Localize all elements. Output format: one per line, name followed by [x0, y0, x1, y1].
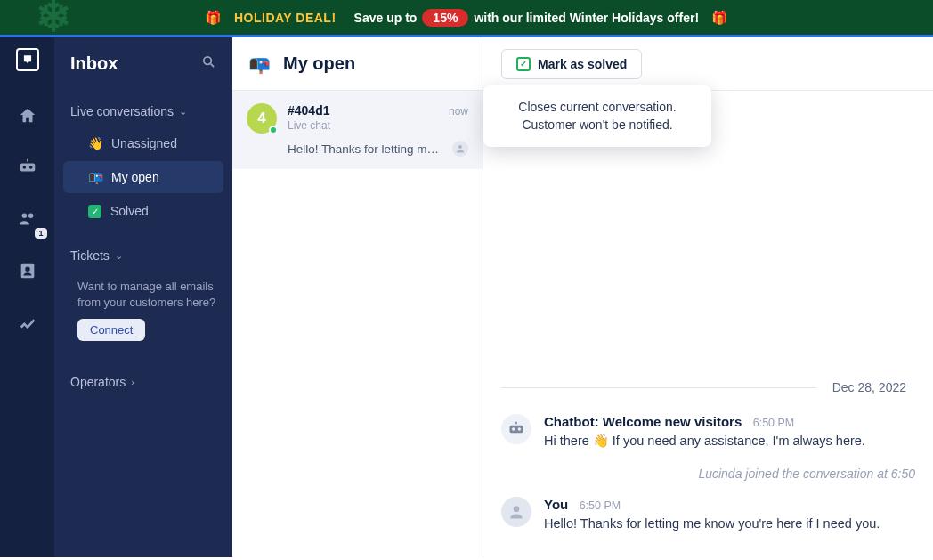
date-label: Dec 28, 2022 [832, 380, 915, 394]
check-icon: ✓ [88, 205, 101, 218]
snowflake-icon: ❄ [36, 0, 71, 41]
sidebar-item-solved[interactable]: ✓ Solved [63, 195, 223, 227]
message-time: 6:50 PM [580, 499, 621, 512]
sidebar-item-unassigned[interactable]: 👋 Unassigned [63, 127, 223, 159]
mailbox-icon: 📭 [88, 170, 102, 184]
sidebar-group-live-label: Live conversations [70, 104, 174, 118]
banner-save-text: Save up to [354, 11, 418, 25]
message-author: You [544, 497, 568, 512]
analytics-icon[interactable] [10, 304, 45, 340]
chat-message: You 6:50 PM Hello! Thanks for letting me… [501, 497, 915, 531]
search-icon[interactable] [201, 54, 216, 73]
mark-solved-tooltip: Closes current conversation. Customer wo… [483, 85, 711, 147]
message-author: Chatbot: Welcome new visitors [544, 414, 742, 429]
sidebar-item-label: Solved [110, 204, 149, 218]
conversation-list: 📭 My open 4 #404d1 now Live chat Hello! … [232, 37, 483, 557]
conversation-list-header: 📭 My open [232, 37, 483, 91]
mark-solved-label: Mark as solved [538, 57, 627, 71]
mailbox-icon: 📭 [248, 53, 271, 75]
bot-avatar-icon [501, 414, 531, 444]
conversation-type: Live chat [288, 119, 468, 132]
holiday-banner: ❄ 🎁 HOLIDAY DEAL! Save up to 15% with ou… [0, 0, 933, 37]
banner-rest-text: with our limited Winter Holidays offer! [474, 11, 699, 25]
mark-solved-button[interactable]: ✓ Mark as solved [501, 49, 642, 79]
svg-point-2 [514, 506, 520, 512]
home-icon[interactable] [10, 98, 45, 134]
sidebar-group-operators-label: Operators [70, 375, 126, 389]
connect-button[interactable]: Connect [77, 319, 145, 341]
system-note: Lucinda joined the conversation at 6:50 [501, 467, 915, 481]
chat-body: Dec 28, 2022 Chatbot: Welcome new visito… [483, 91, 933, 557]
check-icon: ✓ [516, 57, 531, 71]
nav-rail: 1 [0, 37, 54, 557]
conversation-id: #404d1 [288, 103, 329, 118]
date-divider: Dec 28, 2022 [501, 380, 915, 394]
sidebar-group-live[interactable]: Live conversations ⌄ [54, 97, 232, 126]
chevron-right-icon: › [131, 377, 134, 387]
person-icon [452, 141, 468, 157]
sidebar-item-my-open[interactable]: 📭 My open [63, 161, 223, 193]
gift-icon: 🎁 [205, 10, 222, 26]
online-dot-icon [269, 126, 278, 134]
conversation-time: now [449, 105, 468, 118]
message-text: Hello! Thanks for letting me know you're… [544, 516, 915, 531]
chat-message: Chatbot: Welcome new visitors 6:50 PM Hi… [501, 414, 915, 449]
group-badge: 1 [35, 228, 46, 239]
conversation-preview: Hello! Thanks for letting me kno... [288, 142, 445, 156]
inbox-sidebar: Inbox Live conversations ⌄ 👋 Unassigned … [54, 37, 232, 557]
message-text: Hi there 👋 If you need any assistance, I… [544, 434, 915, 449]
svg-point-0 [204, 57, 212, 65]
message-time: 6:50 PM [753, 417, 795, 429]
sidebar-item-label: My open [111, 170, 159, 184]
group-icon[interactable]: 1 [10, 201, 45, 237]
avatar-initial: 4 [257, 110, 265, 127]
person-icon [501, 497, 531, 527]
sidebar-group-tickets-label: Tickets [70, 248, 110, 263]
chevron-down-icon: ⌄ [115, 250, 123, 262]
bot-icon[interactable] [10, 150, 45, 185]
wave-icon: 👋 [88, 136, 102, 150]
tooltip-line: Closes current conversation. [503, 98, 692, 116]
sidebar-item-label: Unassigned [111, 136, 177, 150]
banner-percent-badge: 15% [422, 9, 468, 27]
contacts-icon[interactable] [10, 253, 45, 288]
chat-header: ✓ Mark as solved [483, 37, 933, 91]
sidebar-title: Inbox [70, 53, 118, 74]
tooltip-line: Customer won't be notified. [503, 116, 692, 134]
svg-point-1 [458, 145, 462, 149]
chat-panel: ✓ Mark as solved Closes current conversa… [483, 37, 933, 557]
gift-icon: 🎁 [711, 10, 728, 26]
customer-avatar: 4 [247, 103, 277, 134]
wave-icon: 👋 [593, 434, 609, 448]
chevron-down-icon: ⌄ [179, 106, 187, 118]
sidebar-group-operators[interactable]: Operators › [54, 368, 232, 396]
app-logo-icon[interactable] [16, 48, 39, 71]
banner-deal-text: HOLIDAY DEAL! [234, 11, 337, 25]
conversation-list-title: My open [283, 53, 355, 74]
tickets-description: Want to manage all emails from your cust… [54, 270, 232, 317]
conversation-card[interactable]: 4 #404d1 now Live chat Hello! Thanks for… [232, 91, 483, 169]
sidebar-group-tickets[interactable]: Tickets ⌄ [54, 241, 232, 270]
